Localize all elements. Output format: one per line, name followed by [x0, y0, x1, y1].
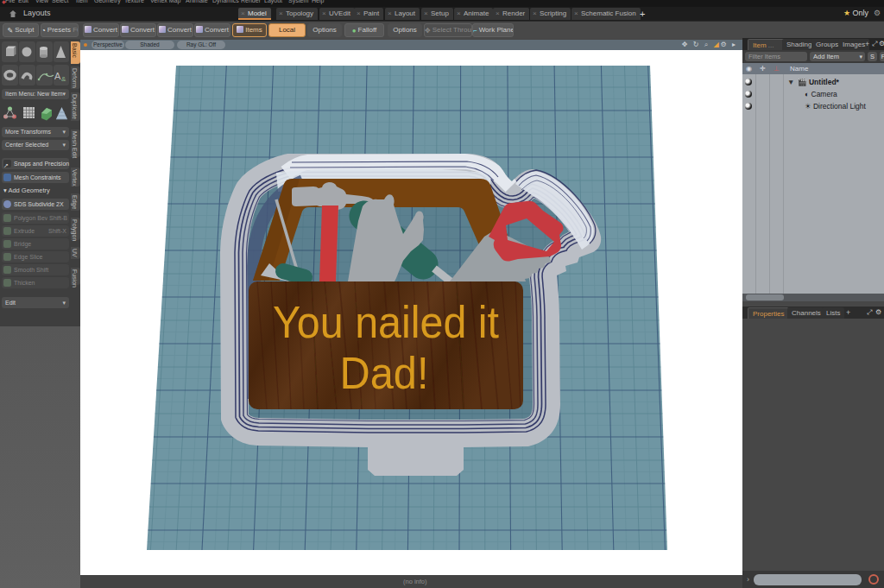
svg-text:&: & [61, 75, 66, 83]
svg-text:You nailed it: You nailed it [273, 297, 500, 347]
svg-text:A: A [54, 71, 61, 81]
svg-text:Dad!: Dad! [340, 348, 429, 398]
